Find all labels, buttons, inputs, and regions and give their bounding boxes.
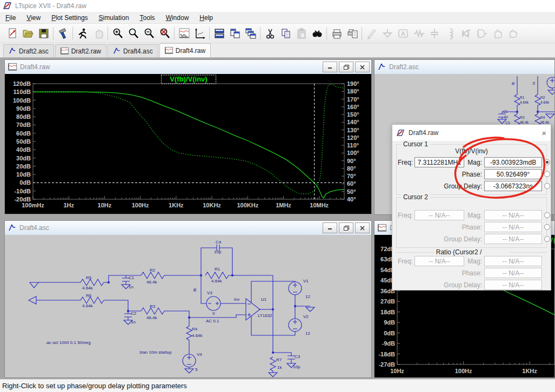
close-button[interactable] [355,222,370,233]
minimize-button[interactable] [323,62,337,72]
copy-icon[interactable] [278,25,293,42]
restore-button[interactable] [339,62,353,72]
toolbar: A [0,24,555,43]
tab-draft2.raw[interactable]: Draft2.raw [55,44,106,57]
open-icon[interactable] [20,25,36,42]
cursor1-phase-field[interactable]: 50.926499° [484,169,542,179]
schematic-label: 46.4k [540,120,550,124]
cursor1-mag-field[interactable]: -93.003923mdB [484,157,542,167]
dialog-close-icon[interactable]: × [541,129,546,138]
menu-bar: FileViewPlot SettingsSimulationToolsWind… [0,12,555,24]
find-icon[interactable] [309,25,325,42]
y2-axis-tick-label: 190° [347,80,359,87]
zoom-in-icon[interactable] [110,25,125,42]
paste-icon [293,25,309,42]
schematic-label: R6 [86,293,92,298]
tab-label: Draft4.asc [123,48,153,55]
cursor-dialog[interactable]: Draft4.raw × Cursor 1 V(fb)/V(inv) Freq:… [392,124,551,290]
tab-draft2.asc[interactable]: Draft2.asc [3,44,54,57]
menu-simulation[interactable]: Simulation [93,13,135,23]
schematic-label: .ac oct 1000 0.1 50meg [45,340,91,345]
y-axis-tick-label: 30dB [16,155,31,161]
cascade-windows-icon[interactable] [243,25,258,42]
ratio-gd-field: -- N/A-- [484,280,542,290]
cursor2-mag-radio[interactable] [544,212,550,218]
place-diode-icon [458,25,473,42]
control-panel-hammer-icon[interactable] [55,25,71,42]
y-axis-tick-label: 9dB [384,319,395,326]
minimize-button[interactable] [323,222,337,233]
window-title: Draft4.raw [20,63,50,71]
y-axis-tick-label: 50dB [16,138,31,145]
window-title: Draft4.asc [19,224,49,232]
cursor1-phase-radio[interactable] [544,171,550,177]
window-title: Draft2.asc [389,63,419,71]
toolbar-separator [362,27,362,40]
menu-help[interactable]: Help [194,13,218,23]
trace-phase[interactable] [33,84,344,194]
schematic-labels: R14.64kR24.64kR346.4kR446.4kC11nC3fbin [503,82,550,125]
y2-axis-tick-label: 120° [347,134,359,141]
plot-title[interactable]: V(fb)/V(inv) [170,75,207,83]
schematic-label: U1 [261,297,267,302]
tab-label: Draft4.raw [176,47,205,55]
schematic-label: C1 [129,275,135,280]
cursor1-gd-field[interactable]: -3.0667323ns [484,181,542,191]
print-preview-icon[interactable] [344,25,360,42]
cursor2-phase-field: -- N/A-- [484,222,542,232]
title-bar: LTspice XVII - Draft4.raw [0,0,555,12]
run-icon[interactable] [75,25,90,42]
schematic-canvas[interactable]: R54.64kC11nR246.4kR64.64kC21nR346.4kR44.… [5,235,371,377]
print-icon[interactable] [329,25,344,42]
tile-vertical-icon[interactable] [227,25,243,42]
zoom-full-extents-icon[interactable] [157,25,172,42]
ltspice-logo-icon [397,129,405,137]
new-schematic-icon[interactable] [4,25,20,42]
restore-button[interactable] [339,222,353,233]
place-component-icon [473,25,489,42]
ltspice-logo-icon [3,2,12,10]
schematic-label: 46.4k [520,120,529,124]
menu-file[interactable]: File [0,13,21,23]
close-button[interactable] [355,62,370,72]
menu-plot-settings[interactable]: Plot Settings [46,13,93,23]
zoom-out-icon[interactable] [141,25,157,42]
cursor2-gd-radio[interactable] [544,236,550,242]
schematic-label: R2 [150,268,156,273]
dialog-title-bar[interactable]: Draft4.raw × [392,125,551,141]
x-axis-tick-label: 10Hz [98,202,112,208]
cursor1-gd-radio[interactable] [544,183,550,189]
freq-label: Freq: [394,258,413,265]
schematic-label: R4 [540,116,545,119]
cursor1-mag-radio[interactable] [544,159,550,165]
window-title-bar[interactable]: Draft4.raw [5,60,371,75]
tile-horizontal-icon[interactable] [211,25,227,42]
window-title-bar[interactable]: Draft2.asc [375,60,554,75]
tab-draft4.raw[interactable]: Draft4.raw [159,43,211,57]
y-axis-tick-label: 27dB [380,298,395,305]
window-title-bar[interactable]: Draft4.asc [5,221,371,235]
menu-window[interactable]: Window [161,13,195,23]
zoom-back-icon[interactable] [125,25,141,42]
y2-axis-tick-label: 110° [347,142,359,148]
cut-icon[interactable] [262,25,278,42]
schematic-label: C4 [216,240,222,245]
schematic-label: R3 [150,304,156,309]
plot-settings-icon[interactable] [176,25,192,42]
menu-view[interactable]: View [21,13,46,23]
save-icon[interactable] [36,25,51,42]
halt-hand-icon [90,25,106,42]
schematic-label: 10p [293,364,300,369]
cursor2-phase-radio[interactable] [544,224,550,230]
plot-frame [33,84,344,199]
schematic-label: 0 [212,311,215,316]
plot-area[interactable]: 120dB110dB100dB90dB80dB70dB60dB50dB40dB3… [5,74,371,214]
place-inductor-icon [442,25,458,42]
trace-magnitude[interactable] [33,92,344,198]
tab-label: Draft2.asc [19,48,49,55]
autorange-icon[interactable] [192,25,208,42]
tab-draft4.asc[interactable]: Draft4.asc [108,44,158,57]
menu-tools[interactable]: Tools [135,13,161,23]
status-text: Right-Click to set up phase/group delay … [2,382,187,390]
schematic-label: R5 [86,275,92,280]
